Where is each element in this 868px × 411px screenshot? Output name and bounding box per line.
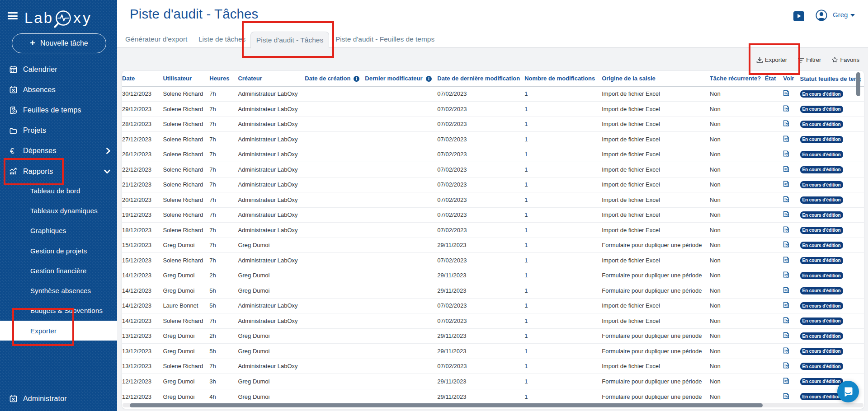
sidebar-item-depenses[interactable]: €Dépenses bbox=[0, 141, 117, 161]
sidebar-item-calendrier[interactable]: Calendrier bbox=[0, 59, 117, 79]
cell-status: En cours d'édition bbox=[800, 283, 864, 299]
sidebar-item-projets[interactable]: Projets bbox=[0, 121, 117, 141]
column-header[interactable]: État bbox=[765, 71, 783, 86]
info-icon[interactable] bbox=[350, 75, 359, 82]
calendar-clock-icon[interactable] bbox=[783, 394, 789, 401]
cell-count: 1 bbox=[524, 313, 602, 329]
video-tutorial-button[interactable] bbox=[793, 11, 804, 21]
tab-piste-audit-feuilles[interactable]: Piste d'audit - Feuilles de temps bbox=[335, 35, 434, 43]
cell-voir bbox=[783, 102, 800, 117]
toolbar-filtrer-button[interactable]: Filtrer bbox=[797, 56, 821, 63]
calendar-clock-icon[interactable] bbox=[783, 378, 789, 385]
column-header[interactable]: Créateur bbox=[238, 71, 305, 86]
calendar-clock-icon[interactable] bbox=[783, 242, 789, 249]
cell-date: 12/12/2023 bbox=[122, 374, 163, 389]
sidebar-subitem-tableau-de-bord[interactable]: Tableau de bord bbox=[0, 181, 117, 201]
sidebar-subitem-gestion-financiere[interactable]: Gestion financière bbox=[0, 261, 117, 280]
column-header-label: Date de création bbox=[305, 75, 350, 82]
toolbar-favoris-button[interactable]: Favoris bbox=[831, 56, 859, 63]
sidebar-subitem-exporter[interactable]: Exporter bbox=[0, 321, 117, 341]
calendar-clock-icon[interactable] bbox=[783, 151, 789, 158]
column-header[interactable]: Nombre de modifications bbox=[524, 71, 602, 86]
column-header[interactable]: Voir bbox=[783, 71, 800, 86]
cell-status: En cours d'édition bbox=[800, 313, 864, 329]
table-row: 20/12/2023Solene Richard7hAdministrateur… bbox=[122, 192, 864, 208]
calendar-clock-icon[interactable] bbox=[783, 136, 789, 143]
calendar-clock-icon[interactable] bbox=[783, 333, 789, 340]
column-header-label: Utilisateur bbox=[163, 75, 192, 82]
new-task-button[interactable]: + Nouvelle tâche bbox=[12, 33, 106, 53]
table-row: 13/12/2023Greg Dumoi5hGreg Dumoi29/11/20… bbox=[122, 344, 864, 359]
cell-modifier bbox=[365, 177, 437, 192]
cell-count: 1 bbox=[524, 268, 602, 283]
calendar-clock-icon[interactable] bbox=[783, 182, 789, 188]
cell-modifier bbox=[365, 313, 437, 329]
column-header[interactable]: Heures bbox=[209, 71, 238, 86]
user-menu[interactable]: Greg bbox=[833, 11, 855, 19]
cell-hours: 5h bbox=[209, 344, 238, 359]
status-badge: En cours d'édition bbox=[800, 332, 843, 340]
cell-count: 1 bbox=[524, 253, 602, 268]
sidebar-subitem-gestion-de-projets[interactable]: Gestion de projets bbox=[0, 241, 117, 261]
calendar-clock-icon[interactable] bbox=[783, 167, 789, 173]
tab-piste-audit-taches[interactable]: Piste d'audit - Tâches bbox=[250, 32, 329, 48]
vertical-scrollbar-thumb[interactable] bbox=[856, 72, 860, 96]
calendar-clock-icon[interactable] bbox=[783, 303, 789, 309]
calendar-clock-icon[interactable] bbox=[783, 121, 789, 128]
cell-date: 19/12/2023 bbox=[122, 207, 163, 223]
horizontal-scrollbar-thumb[interactable] bbox=[130, 403, 763, 407]
chevron-down-icon bbox=[850, 14, 855, 17]
cell-created bbox=[305, 86, 365, 102]
cell-modifier bbox=[365, 389, 437, 404]
cell-recurrent: Non bbox=[710, 86, 765, 102]
calendar-clock-icon[interactable] bbox=[783, 318, 789, 325]
calendar-clock-icon[interactable] bbox=[783, 257, 789, 264]
horizontal-scrollbar[interactable] bbox=[123, 403, 863, 407]
calendar-clock-icon[interactable] bbox=[783, 106, 789, 113]
new-task-label: Nouvelle tâche bbox=[40, 39, 88, 47]
column-header[interactable]: Date de création bbox=[305, 71, 365, 86]
cell-modified: 07/02/2023 bbox=[437, 253, 524, 268]
sidebar-subitem-tableaux-dynamiques[interactable]: Tableaux dynamiques bbox=[0, 201, 117, 220]
sidebar-subitem-graphiques[interactable]: Graphiques bbox=[0, 221, 117, 241]
column-header-label: Voir bbox=[783, 75, 794, 82]
cell-user: Solene Richard bbox=[163, 162, 209, 177]
hamburger-menu-icon[interactable] bbox=[8, 12, 18, 19]
sidebar-item-feuilles-de-temps[interactable]: Feuilles de temps bbox=[0, 100, 117, 120]
cell-origin: Formulaire pour dupliquer une période bbox=[602, 344, 710, 359]
sidebar-item-absences[interactable]: Absences bbox=[0, 79, 117, 100]
column-header[interactable]: Utilisateur bbox=[163, 71, 209, 86]
cell-etat bbox=[765, 223, 783, 238]
calendar-clock-icon[interactable] bbox=[783, 288, 789, 294]
sidebar-item-label: Dépenses bbox=[23, 147, 57, 155]
cell-date: 20/12/2023 bbox=[122, 192, 163, 208]
column-header[interactable]: Statut feuilles de temps bbox=[800, 71, 864, 86]
sidebar-item-rapports[interactable]: Rapports bbox=[0, 161, 117, 182]
calendar-clock-icon[interactable] bbox=[783, 212, 789, 219]
column-header[interactable]: Dernier modificateur bbox=[365, 71, 437, 86]
cell-hours: 7h bbox=[209, 313, 238, 329]
column-header[interactable]: Date de dernière modification bbox=[437, 71, 524, 86]
status-badge: En cours d'édition bbox=[800, 121, 843, 128]
sidebar-subitem-budgets-subventions[interactable]: Budgets & Subventions bbox=[0, 301, 117, 321]
user-avatar-icon[interactable] bbox=[816, 9, 827, 21]
toolbar-exporter-button[interactable]: Exporter bbox=[756, 56, 787, 63]
sidebar-subitem-synthese-absences[interactable]: Synthèse absences bbox=[0, 280, 117, 300]
cell-creator: Greg Dumoi bbox=[238, 268, 305, 283]
column-header[interactable]: Origine de la saisie bbox=[602, 71, 710, 86]
calendar-clock-icon[interactable] bbox=[783, 91, 789, 98]
tab-liste-de-taches[interactable]: Liste de tâches bbox=[198, 35, 245, 43]
column-header[interactable]: Date bbox=[122, 71, 163, 86]
info-icon[interactable] bbox=[423, 75, 432, 82]
tab-generateur-export[interactable]: Générateur d'export bbox=[125, 35, 187, 43]
calendar-clock-icon[interactable] bbox=[783, 227, 789, 234]
calendar-clock-icon[interactable] bbox=[783, 272, 789, 279]
column-header[interactable]: Tâche récurrente? bbox=[710, 71, 765, 86]
chat-launcher-button[interactable] bbox=[837, 381, 859, 402]
calendar-clock-icon[interactable] bbox=[783, 197, 789, 204]
cell-count: 1 bbox=[524, 192, 602, 208]
cell-modifier bbox=[365, 192, 437, 208]
calendar-clock-icon[interactable] bbox=[783, 363, 789, 370]
calendar-clock-icon[interactable] bbox=[783, 348, 789, 355]
sidebar-item-administrator[interactable]: Administrator bbox=[0, 388, 117, 409]
